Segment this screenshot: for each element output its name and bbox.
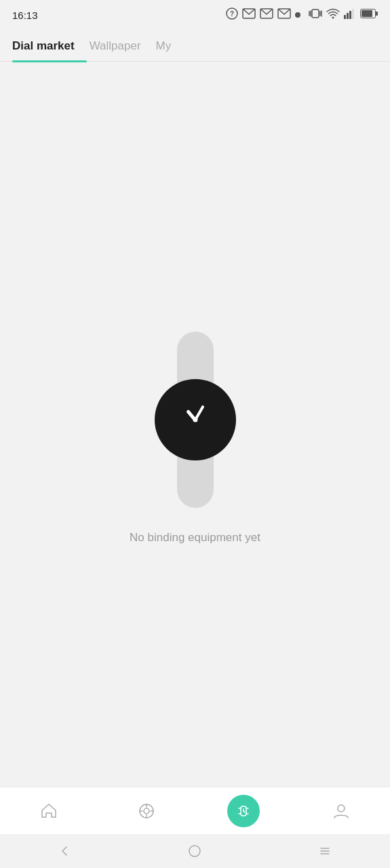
watch-illustration [155, 332, 236, 508]
status-time: 16:13 [12, 9, 38, 21]
svg-point-31 [338, 805, 345, 812]
notification-dot [295, 12, 300, 18]
svg-text:?: ? [230, 10, 234, 18]
vibrate-icon [309, 7, 322, 22]
svg-rect-12 [347, 13, 349, 19]
profile-icon [331, 801, 351, 821]
email-icon-1 [242, 8, 256, 22]
email-icon-2 [260, 8, 273, 22]
nav-item-profile[interactable] [292, 787, 390, 834]
nav-item-home[interactable] [0, 787, 98, 834]
center-dot [193, 417, 197, 422]
watch-band-bottom [177, 454, 214, 508]
svg-rect-5 [312, 9, 319, 18]
help-icon: ? [226, 7, 238, 22]
svg-line-30 [243, 811, 245, 812]
nav-item-watch[interactable] [195, 787, 293, 834]
main-content: No binding equipment yet [0, 62, 390, 868]
svg-point-19 [144, 808, 149, 814]
svg-rect-13 [349, 11, 351, 19]
email-icon-3 [277, 8, 291, 22]
watch-band-top [177, 332, 214, 386]
status-icons: ? [226, 7, 378, 22]
tab-dial-market[interactable]: Dial market [12, 30, 87, 61]
android-nav-bar [0, 834, 390, 868]
clock-hands [175, 399, 216, 440]
status-bar: 16:13 ? [0, 0, 390, 30]
svg-rect-11 [344, 15, 346, 19]
tabs-bar: Dial market Wallpaper My [0, 30, 390, 62]
nav-item-dial[interactable] [98, 787, 195, 834]
watch-face [155, 379, 236, 460]
tab-wallpaper[interactable]: Wallpaper [90, 30, 153, 61]
empty-state-message: No binding equipment yet [130, 531, 260, 545]
tab-my[interactable]: My [156, 30, 184, 61]
svg-rect-14 [352, 9, 354, 19]
android-recents-button[interactable] [317, 844, 332, 859]
wifi-icon [326, 8, 340, 22]
svg-point-32 [189, 846, 200, 856]
bottom-nav [0, 787, 390, 834]
dial-icon [136, 801, 157, 821]
svg-rect-17 [362, 10, 372, 17]
svg-rect-16 [376, 12, 378, 16]
android-home-button[interactable] [187, 844, 202, 859]
battery-icon [360, 9, 378, 21]
svg-point-10 [332, 17, 334, 19]
android-back-button[interactable] [58, 844, 73, 859]
watch-nav-icon [227, 795, 260, 827]
home-icon [39, 801, 59, 821]
signal-icon [344, 8, 356, 22]
